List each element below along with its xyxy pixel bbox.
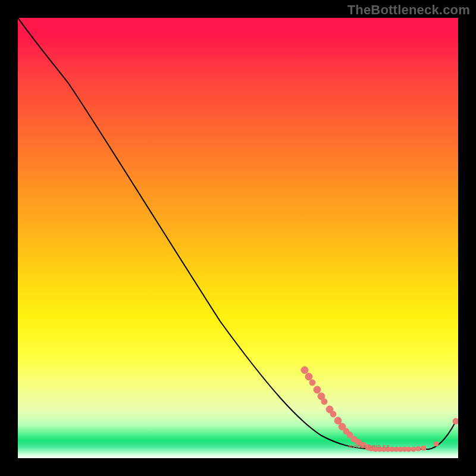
svg-point-0 <box>301 367 308 374</box>
svg-point-1 <box>305 373 312 380</box>
svg-point-7 <box>330 411 336 417</box>
watermark-text: TheBottleneck.com <box>347 2 470 18</box>
plot-area: NVIDIA GRID K2 <box>18 18 458 458</box>
svg-point-26 <box>411 447 416 452</box>
chart-container: TheBottleneck.com <box>0 0 476 476</box>
scatter-cluster-upper <box>301 367 371 450</box>
svg-point-28 <box>421 446 426 450</box>
svg-point-29 <box>434 441 439 446</box>
svg-point-5 <box>321 399 327 405</box>
svg-point-3 <box>314 386 321 393</box>
svg-point-2 <box>309 380 315 386</box>
bottleneck-curve <box>18 18 455 449</box>
series-label: NVIDIA GRID K2 <box>349 444 390 449</box>
svg-point-27 <box>416 446 421 451</box>
chart-svg <box>18 18 458 458</box>
end-point <box>453 418 458 424</box>
svg-point-25 <box>406 447 411 452</box>
